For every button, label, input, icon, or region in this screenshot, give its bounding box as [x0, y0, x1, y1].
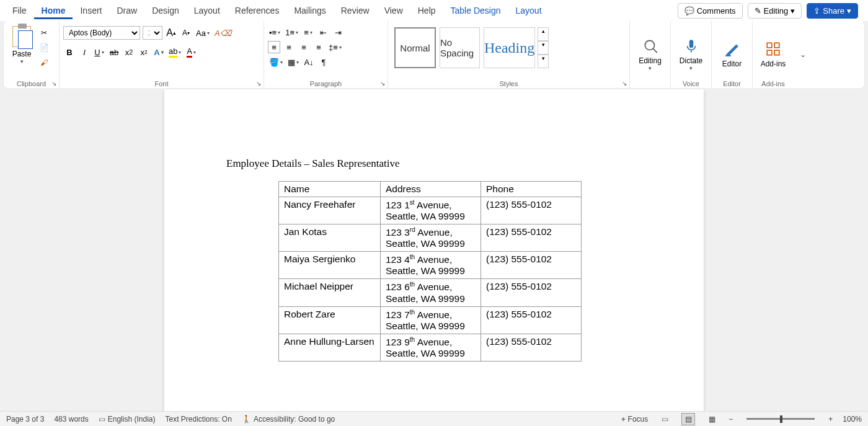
table-row[interactable]: Robert Zare123 7th Avenue, Seattle, WA 9…	[279, 306, 582, 334]
table-row[interactable]: Maiya Sergienko123 4th Avenue, Seattle, …	[279, 252, 582, 279]
style-heading1[interactable]: Heading	[484, 27, 535, 68]
employee-table[interactable]: Name Address Phone Nancy Freehafer123 1s…	[278, 181, 582, 362]
table-header-row[interactable]: Name Address Phone	[279, 182, 582, 197]
page-indicator[interactable]: Page 3 of 3	[6, 415, 44, 424]
cell-phone[interactable]: (123) 555-0102	[481, 197, 582, 224]
tab-file[interactable]: File	[5, 2, 34, 19]
collapse-ribbon-button[interactable]: ⌄	[794, 21, 812, 88]
strikethrough-button[interactable]: ab	[108, 46, 120, 58]
read-mode-button[interactable]: ▭	[658, 413, 671, 425]
editing-button[interactable]: Editing ▾	[630, 21, 671, 88]
col-address[interactable]: Address	[381, 182, 481, 197]
tab-draw[interactable]: Draw	[109, 2, 144, 19]
dialog-launcher-clipboard[interactable]: ↘	[51, 80, 56, 87]
copy-button[interactable]: 📄	[38, 42, 50, 53]
style-no-spacing[interactable]: No Spacing	[440, 27, 480, 68]
tab-insert[interactable]: Insert	[73, 2, 109, 19]
focus-button[interactable]: ⌖Focus	[621, 415, 649, 424]
cell-name[interactable]: Robert Zare	[279, 306, 381, 334]
cell-name[interactable]: Maiya Sergienko	[279, 252, 381, 279]
styles-scroll-down[interactable]: ▾	[538, 41, 549, 55]
borders-button[interactable]: ▦▾	[286, 56, 300, 68]
justify-button[interactable]: ≡	[312, 41, 325, 53]
multilevel-list-button[interactable]: ≡▾	[302, 26, 314, 38]
align-center-button[interactable]: ≡	[283, 41, 295, 53]
share-button[interactable]: ⇪ Share ▾	[807, 3, 858, 19]
table-row[interactable]: Nancy Freehafer123 1st Avenue, Seattle, …	[279, 197, 582, 224]
bold-button[interactable]: B	[63, 46, 76, 58]
zoom-thumb[interactable]	[780, 415, 782, 423]
addins-button[interactable]: Add-ins Add-ins	[753, 21, 794, 88]
dialog-launcher-font[interactable]: ↘	[256, 80, 261, 87]
tab-table-layout[interactable]: Layout	[508, 2, 549, 19]
cell-address[interactable]: 123 7th Avenue, Seattle, WA 99999	[381, 306, 481, 334]
text-effects-button[interactable]: A▾	[153, 46, 165, 58]
editing-mode-button[interactable]: ✎ Editing ▾	[748, 3, 802, 19]
numbering-button[interactable]: 1≡▾	[284, 26, 299, 38]
font-name-select[interactable]: Aptos (Body)	[63, 26, 140, 40]
subscript-button[interactable]: x2	[123, 46, 135, 58]
tab-design[interactable]: Design	[144, 2, 187, 19]
bullets-button[interactable]: ▪≡▾	[268, 26, 281, 38]
dialog-launcher-styles[interactable]: ↘	[622, 80, 627, 87]
cell-address[interactable]: 123 3rd Avenue, Seattle, WA 99999	[381, 224, 481, 252]
print-layout-button[interactable]: ▤	[681, 413, 695, 425]
language-button[interactable]: ▭English (India)	[99, 415, 156, 424]
cell-phone[interactable]: (123) 555-0102	[481, 334, 582, 361]
sort-button[interactable]: A↓	[303, 56, 315, 68]
shrink-font-button[interactable]: A▾	[180, 27, 192, 39]
cell-name[interactable]: Michael Neipper	[279, 279, 381, 306]
cell-name[interactable]: Jan Kotas	[279, 224, 381, 252]
col-name[interactable]: Name	[279, 182, 381, 197]
styles-scroll-up[interactable]: ▴	[538, 27, 549, 41]
cell-address[interactable]: 123 1st Avenue, Seattle, WA 99999	[381, 197, 481, 224]
font-color-button[interactable]: A▾	[185, 46, 197, 58]
underline-button[interactable]: U▾	[93, 46, 105, 58]
zoom-level[interactable]: 100%	[843, 415, 862, 424]
cell-phone[interactable]: (123) 555-0102	[481, 252, 582, 279]
tab-home[interactable]: Home	[34, 2, 73, 19]
tab-view[interactable]: View	[377, 2, 410, 19]
cell-phone[interactable]: (123) 555-0102	[481, 306, 582, 334]
tab-table-design[interactable]: Table Design	[443, 2, 508, 19]
word-count[interactable]: 483 words	[54, 415, 88, 424]
show-marks-button[interactable]: ¶	[317, 56, 330, 68]
tab-layout[interactable]: Layout	[187, 2, 228, 19]
text-predictions-button[interactable]: Text Predictions: On	[165, 415, 231, 424]
clear-formatting-button[interactable]: A⌫	[213, 27, 232, 39]
shading-button[interactable]: 🪣▾	[268, 56, 284, 68]
page[interactable]: Employee Details – Sales Representative …	[164, 89, 704, 411]
table-row[interactable]: Michael Neipper123 6th Avenue, Seattle, …	[279, 279, 582, 306]
col-phone[interactable]: Phone	[481, 182, 582, 197]
align-right-button[interactable]: ≡	[298, 41, 310, 53]
superscript-button[interactable]: x2	[138, 46, 150, 58]
align-left-button[interactable]: ≡	[268, 41, 280, 53]
zoom-in-button[interactable]: +	[828, 415, 833, 424]
web-layout-button[interactable]: ▦	[705, 413, 719, 425]
cell-phone[interactable]: (123) 555-0102	[481, 224, 582, 252]
styles-expand[interactable]: ▾	[538, 55, 549, 68]
zoom-out-button[interactable]: −	[728, 415, 733, 424]
cell-address[interactable]: 123 9th Avenue, Seattle, WA 99999	[381, 334, 481, 361]
highlight-button[interactable]: ab▾	[167, 46, 182, 58]
editor-button[interactable]: Editor Editor	[712, 21, 753, 88]
table-row[interactable]: Anne Hullung-Larsen123 9th Avenue, Seatt…	[279, 334, 582, 361]
table-row[interactable]: Jan Kotas123 3rd Avenue, Seattle, WA 999…	[279, 224, 582, 252]
style-normal[interactable]: Normal	[394, 27, 436, 68]
tab-review[interactable]: Review	[334, 2, 377, 19]
increase-indent-button[interactable]: ⇥	[332, 26, 344, 38]
cut-button[interactable]: ✂	[38, 27, 50, 38]
decrease-indent-button[interactable]: ⇤	[317, 26, 329, 38]
paste-button[interactable]: Paste ▾	[7, 24, 36, 68]
grow-font-button[interactable]: A▴	[165, 27, 177, 39]
tab-references[interactable]: References	[228, 2, 287, 19]
dictate-button[interactable]: Dictate ▾ Voice	[671, 21, 712, 88]
tab-help[interactable]: Help	[410, 2, 443, 19]
cell-name[interactable]: Nancy Freehafer	[279, 197, 381, 224]
page-heading[interactable]: Employee Details – Sales Representative	[226, 158, 642, 170]
cell-address[interactable]: 123 4th Avenue, Seattle, WA 99999	[381, 252, 481, 279]
cell-name[interactable]: Anne Hullung-Larsen	[279, 334, 381, 361]
line-spacing-button[interactable]: ‡≡▾	[327, 41, 343, 53]
comments-button[interactable]: 💬 Comments	[678, 3, 743, 19]
accessibility-button[interactable]: 🚶Accessibility: Good to go	[242, 415, 335, 424]
